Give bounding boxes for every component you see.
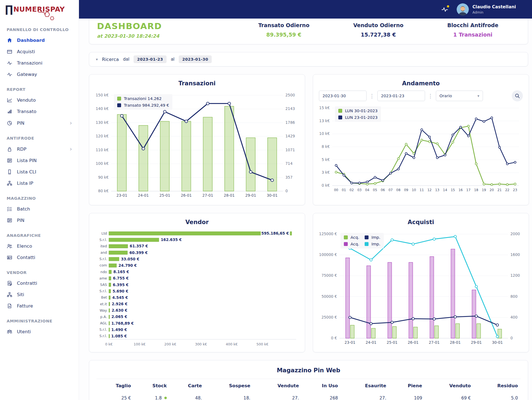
svg-text:2.926 €: 2.926 € — [112, 302, 127, 306]
andamento-date-from-input[interactable] — [319, 91, 367, 101]
andamento-date-to-input[interactable] — [377, 91, 425, 101]
chart-card-andamento: Andamento ⋮ ⋮ Orario ▾ 0 k€3 k€5 k€8 k€1… — [313, 74, 529, 205]
sidebar-item-pin[interactable]: PIN› — [0, 117, 79, 129]
andamento-mode-select[interactable]: Orario ▾ — [436, 91, 483, 101]
legend-swatch — [365, 235, 369, 239]
andamento-search-button[interactable] — [512, 90, 523, 101]
sidebar-item-rdp[interactable]: RDP› — [0, 143, 79, 155]
svg-text:24-01: 24-01 — [365, 340, 376, 345]
svg-text:ame: ame — [99, 276, 107, 280]
sidebar-item-transato[interactable]: Transato — [0, 106, 79, 117]
sidebar-item-label: Batch — [17, 206, 30, 212]
svg-text:50000 €: 50000 € — [321, 294, 337, 299]
filter-date-from[interactable]: 2023-01-23 — [134, 55, 167, 63]
sidebar-item-contatti[interactable]: Contatti — [0, 252, 79, 263]
svg-text:02: 02 — [350, 188, 354, 192]
chart-vendor: 0 k€100 k€200 k€300 k€400 k€500 k€Ltd595… — [93, 229, 301, 349]
sidebar-item-lista-ip[interactable]: Lista IP — [0, 178, 79, 189]
legend-swatch — [338, 109, 342, 113]
chevron-down-icon: ▾ — [477, 94, 479, 98]
svg-text:1.490 €: 1.490 € — [111, 327, 127, 332]
svg-text:3 k€: 3 k€ — [322, 170, 330, 175]
sitemap-icon — [7, 292, 12, 298]
magazzino-column-header: Piene — [389, 379, 425, 392]
avatar[interactable] — [457, 3, 469, 16]
magazzino-column-header: Esaurite — [341, 379, 389, 392]
sidebar-item-lista-pin[interactable]: Lista PIN — [0, 155, 79, 166]
topbar: Claudio Castellani Admin — [79, 0, 532, 19]
legend-swatch — [344, 235, 348, 239]
sitemap-icon — [7, 180, 12, 186]
svg-text:11: 11 — [420, 188, 424, 192]
table-cell: 109 — [389, 391, 425, 400]
lock-icon — [7, 146, 12, 152]
logo: ∏ NUMERISPAY — [0, 0, 79, 19]
svg-text:200 k€: 200 k€ — [164, 342, 176, 346]
legend-label: Acq. — [351, 242, 359, 246]
svg-text:28-01: 28-01 — [224, 193, 235, 198]
sidebar-item-batch[interactable]: Batch — [0, 203, 79, 215]
kpi-stat-value: 89.395,59 € — [237, 32, 331, 38]
filter-date-to[interactable]: 2023-01-30 — [179, 55, 212, 63]
svg-text:8 k€: 8 k€ — [322, 144, 330, 149]
stock-status-dot — [164, 397, 167, 399]
user-name: Claudio Castellani — [472, 4, 516, 9]
svg-text:20: 20 — [490, 188, 494, 192]
sidebar-item-acquisti[interactable]: Acquisti — [0, 46, 79, 57]
sidebar-item-siti[interactable]: Siti — [0, 289, 79, 300]
sidebar-item-pin[interactable]: PIN — [0, 215, 79, 226]
activity-button[interactable] — [441, 6, 448, 13]
svg-text:2.065 €: 2.065 € — [111, 314, 127, 319]
logo-hexagons-icon — [38, 11, 55, 21]
svg-text:S.r.l.: S.r.l. — [99, 334, 107, 338]
svg-text:2000: 2000 — [510, 232, 520, 236]
table-cell: 27. — [341, 391, 389, 400]
svg-text:120 k€: 120 k€ — [96, 134, 109, 138]
table-cell: 268 — [302, 391, 341, 400]
main-content: DASHBOARD at 2023-01-30 18:24:24 Transat… — [79, 0, 532, 400]
contract-icon — [7, 280, 12, 286]
sidebar-item-dashboard[interactable]: Dashboard — [0, 35, 79, 46]
svg-text:0: 0 — [510, 336, 513, 340]
kebab-icon[interactable]: ⋮ — [369, 93, 375, 99]
legend-swatch — [338, 116, 342, 119]
nav-section-title: ANAGRAFICHE — [0, 226, 79, 240]
magazzino-column-header: Taglio — [96, 379, 134, 392]
legend-label: Transazioni 14.262 — [124, 96, 162, 101]
kebab-icon[interactable]: ⋮ — [427, 93, 434, 99]
legend-swatch — [344, 242, 348, 246]
sidebar-nav: PANNELLO DI CONTROLLODashboardAcquistiTr… — [0, 19, 79, 337]
legend-label: LUN 30-01-2023 — [345, 109, 378, 113]
sidebar-item-label: Elenco — [17, 243, 32, 249]
svg-text:24.790 €: 24.790 € — [118, 263, 137, 268]
chevron-right-icon: › — [70, 120, 72, 126]
sidebar-item-gateway[interactable]: Gateway — [0, 69, 79, 80]
svg-text:15: 15 — [451, 188, 455, 192]
checklist-icon — [7, 206, 12, 212]
sidebar-item-fatture[interactable]: Fatture — [0, 300, 79, 312]
sidebar-item-lista-cli[interactable]: Lista CLI — [0, 166, 79, 178]
svg-text:com: com — [99, 263, 107, 267]
sidebar-item-transazioni[interactable]: Transazioni — [0, 57, 79, 69]
nav-section-title: VENDOR — [0, 263, 79, 278]
svg-text:2500: 2500 — [285, 93, 295, 97]
sidebar: ∏ NUMERISPAY PANNELLO DI CONTROLLODashbo… — [0, 0, 79, 400]
sidebar-item-elenco[interactable]: Elenco — [0, 240, 79, 252]
svg-text:357: 357 — [285, 175, 293, 180]
svg-text:5.690 €: 5.690 € — [112, 289, 128, 293]
svg-text:18: 18 — [474, 188, 478, 192]
sidebar-item-contratti[interactable]: Contratti — [0, 278, 79, 289]
svg-text:8.165 €: 8.165 € — [113, 270, 129, 274]
sidebar-item-venduto[interactable]: Venduto — [0, 94, 79, 106]
chart-card-transazioni: Transazioni 80 k€90 k€100 k€110 k€120 k€… — [89, 74, 305, 205]
user-menu[interactable]: Claudio Castellani Admin — [457, 3, 516, 16]
filter-bar: ▾ Ricerca dal 2023-01-23 al 2023-01-30 — [89, 52, 528, 66]
svg-text:00: 00 — [334, 188, 338, 192]
svg-text:100 k€: 100 k€ — [96, 161, 109, 166]
nav-section-title: PANNELLO DI CONTROLLO — [0, 20, 79, 35]
idcard-icon — [7, 255, 12, 260]
svg-text:2143: 2143 — [285, 106, 295, 111]
filter-collapse-icon[interactable]: ▾ — [96, 57, 98, 61]
legend-item: Imp. — [365, 242, 380, 246]
sidebar-item-utenti[interactable]: Utenti — [0, 326, 79, 337]
